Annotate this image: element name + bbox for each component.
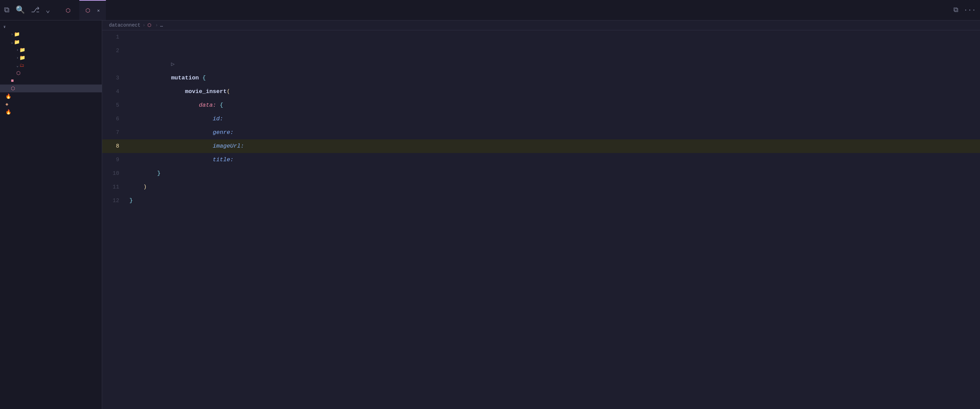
sidebar-item-connector[interactable]: › 📁 — [0, 54, 102, 62]
schema-gql-icon: ⬡ — [16, 70, 21, 76]
firebase-chevron: › — [11, 32, 13, 37]
project-chevron: ∨ — [3, 24, 6, 29]
breadcrumb: dataconnect › ⬡ › … — [102, 21, 980, 30]
indent-9 — [171, 157, 213, 163]
schema-folder-icon: 🗂 — [19, 63, 24, 68]
firebase-json-icon: 🔥 — [5, 109, 11, 115]
code-line-12: 12 } — [102, 194, 980, 208]
git-icon[interactable]: ⎇ — [31, 5, 40, 14]
line-num-7: 7 — [102, 126, 126, 139]
sidebar: ∨ › 📁 ⌄ 📁 › 📁 › 📁 — [0, 21, 102, 409]
editor-area[interactable]: 1 2 ▷ 3 — [102, 30, 980, 409]
line-num-6: 6 — [102, 112, 126, 126]
dataconnect-folder-icon: 📁 — [14, 39, 20, 45]
tab-movie-insert-gql[interactable]: ⬡ ✕ — [80, 0, 106, 20]
line-12-text: } — [126, 194, 980, 208]
breadcrumb-gql-icon: ⬡ — [148, 22, 151, 28]
code-line-1: 1 — [102, 30, 980, 44]
main-area: ∨ › 📁 ⌄ 📁 › 📁 › 📁 — [0, 21, 980, 409]
sidebar-item-dataconnect-sub[interactable]: › 📁 — [0, 46, 102, 54]
sidebar-item-dataconnect-yaml[interactable]: ■ — [0, 77, 102, 85]
sidebar-item-gitignore[interactable]: ◈ — [0, 100, 102, 108]
movie-insert-tab-icon: ⬡ — [86, 7, 90, 14]
titlebar-right-icons: ⧉ ··· — [953, 6, 976, 14]
editor-content: 1 2 ▷ 3 — [102, 30, 980, 208]
titlebar: ⧉ 🔍 ⎇ ⌄ ⬡ ⬡ ✕ ⧉ ··· — [0, 0, 980, 21]
line-num-2: 2 — [102, 44, 126, 58]
title-key: title: — [213, 157, 234, 163]
breadcrumb-sep1: › — [142, 22, 145, 28]
code-line-10: 10 } — [102, 167, 980, 180]
breadcrumb-ellipsis: … — [160, 22, 163, 28]
line-11-text: ) — [126, 180, 980, 194]
close-tab-button[interactable]: ✕ — [97, 8, 100, 13]
line-10-text: } — [126, 167, 980, 180]
line-num-10: 10 — [102, 167, 126, 180]
firebaserc-icon: 🔥 — [5, 93, 11, 99]
sidebar-item-firebase-json[interactable]: 🔥 — [0, 108, 102, 116]
connector-chevron: › — [16, 56, 19, 60]
schema-tab-icon: ⬡ — [66, 7, 70, 14]
line-num-9: 9 — [102, 153, 126, 167]
movie-insert-gql-icon: ⬡ — [11, 86, 15, 91]
dataconnect-chevron: ⌄ — [11, 40, 13, 44]
sidebar-item-schema-gql[interactable]: ⬡ — [0, 69, 102, 77]
connector-folder-icon: 📁 — [19, 55, 25, 61]
breadcrumb-sep2: › — [155, 22, 158, 28]
project-header[interactable]: ∨ — [0, 23, 102, 30]
line-num-11: 11 — [102, 180, 126, 194]
tabs-area: ⬡ ⬡ ✕ — [60, 0, 951, 20]
dataconnect-sub-chevron: › — [16, 48, 19, 52]
sidebar-item-dataconnect[interactable]: ⌄ 📁 — [0, 38, 102, 46]
line-num-8: 8 — [102, 139, 126, 153]
copy-icon[interactable]: ⧉ — [4, 6, 10, 14]
search-icon[interactable]: 🔍 — [16, 5, 25, 14]
line-num-4: 4 — [102, 85, 126, 99]
tab-schema-gql[interactable]: ⬡ — [60, 0, 80, 20]
code-line-11: 11 ) — [102, 180, 980, 194]
sidebar-item-schema[interactable]: ⌄ 🗂 — [0, 62, 102, 69]
line-num-12: 12 — [102, 194, 126, 208]
yaml-icon: ■ — [11, 78, 14, 83]
chevron-down-icon[interactable]: ⌄ — [46, 5, 50, 14]
titlebar-action-icons: ⧉ 🔍 ⎇ ⌄ — [4, 5, 50, 14]
code-line-9: 9 title: — [102, 153, 980, 167]
split-editor-icon[interactable]: ⧉ — [953, 6, 958, 14]
sidebar-item-firebase[interactable]: › 📁 — [0, 30, 102, 38]
line-num-3: 3 — [102, 71, 126, 85]
gitignore-icon: ◈ — [5, 101, 8, 107]
more-options-icon[interactable]: ··· — [964, 6, 976, 14]
line-num-1: 1 — [102, 30, 126, 44]
line-num-5: 5 — [102, 99, 126, 112]
firebase-folder-icon: 📁 — [14, 31, 20, 37]
dataconnect-sub-folder-icon: 📁 — [19, 47, 25, 53]
schema-chevron: ⌄ — [16, 63, 19, 68]
sidebar-item-firebaserc[interactable]: 🔥 — [0, 93, 102, 100]
sidebar-item-movie-insert-gql[interactable]: ⬡ — [0, 85, 102, 93]
space-9 — [234, 157, 237, 163]
breadcrumb-dataconnect[interactable]: dataconnect — [109, 22, 140, 28]
